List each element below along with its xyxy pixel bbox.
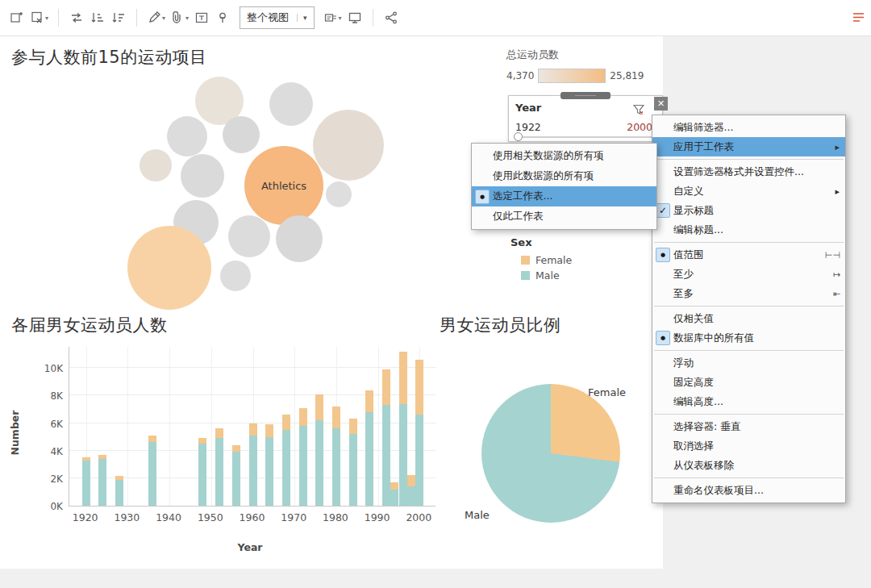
bubble-athletics[interactable]: Athletics (244, 146, 323, 225)
menu-item[interactable]: 仅相关值 (652, 309, 845, 328)
bubble-mark[interactable] (181, 154, 224, 198)
bar-segment-female[interactable] (115, 476, 123, 479)
bubble-mark[interactable] (276, 215, 323, 262)
bar-segment-female[interactable] (415, 360, 423, 415)
bar-segment-male[interactable] (365, 412, 373, 506)
sort-descending-icon[interactable] (108, 6, 129, 30)
bar-segment-female[interactable] (365, 390, 373, 412)
bubble-mark[interactable] (313, 110, 384, 181)
bar-segment-female[interactable] (198, 438, 206, 444)
bar-segment-male[interactable] (349, 434, 357, 506)
size-legend: 总运动员数 4,370 25,819 (506, 48, 661, 83)
bubble-mark[interactable] (269, 82, 313, 126)
bar-segment-male[interactable] (390, 490, 398, 506)
menu-item[interactable]: ●选定工作表... (472, 186, 656, 206)
bar-segment-female[interactable] (390, 482, 398, 490)
year-filter-card[interactable]: ✕ Year 1922 2000 (508, 95, 663, 142)
bar-segment-male[interactable] (232, 452, 240, 506)
format-paperclip-icon[interactable]: ▾ (168, 6, 191, 30)
close-icon[interactable]: ✕ (654, 97, 668, 111)
legend-item-male[interactable]: Male (521, 269, 572, 281)
bubble-mark[interactable] (220, 261, 251, 291)
bar-segment-female[interactable] (249, 423, 257, 436)
bar-segment-male[interactable] (198, 444, 206, 506)
text-label-icon[interactable] (191, 6, 212, 30)
bar-segment-male[interactable] (382, 405, 390, 506)
menu-item[interactable]: 自定义▸ (652, 181, 845, 201)
bar-segment-female[interactable] (265, 424, 273, 436)
bar-segment-male[interactable] (415, 415, 423, 506)
bar-segment-male[interactable] (215, 438, 223, 506)
bar-segment-female[interactable] (332, 407, 340, 428)
bar-segment-female[interactable] (407, 475, 415, 486)
bar-segment-male[interactable] (98, 459, 106, 506)
show-mark-labels-icon[interactable]: ▾ (321, 6, 344, 30)
bar-segment-male[interactable] (315, 420, 323, 506)
bar-segment-male[interactable] (399, 404, 407, 506)
fix-axes-pin-icon[interactable] (212, 6, 233, 30)
bar-segment-male[interactable] (115, 480, 123, 506)
menu-item[interactable]: ●值范围⊢⊣ (652, 245, 845, 265)
bar-segment-male[interactable] (282, 430, 290, 506)
menu-item[interactable]: 从仪表板移除 (652, 456, 845, 475)
menu-item[interactable]: 重命名仪表板项目... (652, 481, 845, 500)
bubble-mark[interactable] (167, 116, 207, 156)
menu-item[interactable]: 编辑标题... (652, 220, 845, 240)
fit-selector[interactable]: 整个视图 ▾ (240, 6, 315, 29)
bar-segment-female[interactable] (82, 457, 90, 460)
bar-segment-male[interactable] (265, 437, 273, 506)
menu-item[interactable]: 设置筛选器格式并设置控件... (652, 162, 845, 181)
menu-item[interactable]: 浮动 (652, 353, 845, 373)
swap-axes-icon[interactable] (66, 6, 87, 30)
menu-item[interactable]: 固定高度 (652, 373, 845, 392)
bar-segment-male[interactable] (82, 461, 90, 506)
legend-item-female[interactable]: Female (521, 254, 572, 266)
bar-segment-male[interactable] (249, 436, 257, 506)
bar-segment-male[interactable] (332, 428, 340, 506)
bubble-mark[interactable] (223, 116, 260, 153)
bar-segment-female[interactable] (215, 428, 223, 438)
menu-item[interactable]: 应用于工作表▸ (652, 137, 845, 156)
bar-segment-female[interactable] (148, 436, 156, 443)
pie-chart[interactable] (481, 384, 620, 523)
size-gradient-bar[interactable] (538, 69, 606, 83)
menu-item[interactable]: 编辑高度... (652, 392, 845, 411)
menu-item[interactable]: ●数据库中的所有值 (652, 328, 845, 348)
bar-segment-female[interactable] (282, 415, 290, 430)
menu-item[interactable]: 取消选择 (652, 436, 845, 456)
drag-handle[interactable] (561, 92, 611, 99)
bar-segment-female[interactable] (299, 408, 307, 426)
presentation-mode-icon[interactable] (344, 6, 365, 30)
bar-segment-male[interactable] (148, 442, 156, 506)
funnel-filter-icon[interactable] (633, 102, 644, 118)
bar-segment-male[interactable] (407, 486, 415, 506)
new-dashboard-icon[interactable] (6, 6, 27, 30)
menu-item[interactable]: ✓显示标题 (652, 201, 845, 220)
menu-item[interactable]: 使用相关数据源的所有项 (472, 146, 656, 166)
range-slider-track[interactable] (517, 136, 652, 138)
bubble-mark[interactable] (127, 226, 211, 310)
bar-segment-female[interactable] (315, 394, 323, 420)
menu-item[interactable]: 至少↦ (652, 265, 845, 284)
bar-segment-female[interactable] (399, 352, 407, 404)
bubble-mark[interactable] (326, 181, 352, 207)
data-guide-icon[interactable] (852, 10, 865, 27)
menu-item[interactable]: 选择容器: 垂直 (652, 417, 845, 436)
menu-item[interactable]: 至多⇤ (652, 284, 845, 303)
bar-segment-female[interactable] (349, 419, 357, 434)
menu-item[interactable]: 仅此工作表 (472, 206, 656, 227)
bar-segment-female[interactable] (232, 445, 240, 452)
highlight-pen-icon[interactable]: ▾ (144, 6, 168, 30)
x-tick-label: 1930 (114, 511, 140, 523)
bar-segment-male[interactable] (299, 426, 307, 506)
range-slider-thumb[interactable] (514, 132, 523, 141)
bubble-mark[interactable] (140, 149, 172, 181)
menu-item[interactable]: 编辑筛选器... (652, 118, 845, 137)
clear-sheet-icon[interactable]: ▾ (27, 6, 51, 30)
bar-segment-female[interactable] (98, 455, 106, 459)
menu-item[interactable]: 使用此数据源的所有项 (472, 166, 656, 186)
bar-segment-female[interactable] (382, 369, 390, 405)
bubble-mark[interactable] (228, 215, 270, 257)
share-icon[interactable] (381, 6, 402, 30)
sort-ascending-icon[interactable] (87, 6, 108, 30)
